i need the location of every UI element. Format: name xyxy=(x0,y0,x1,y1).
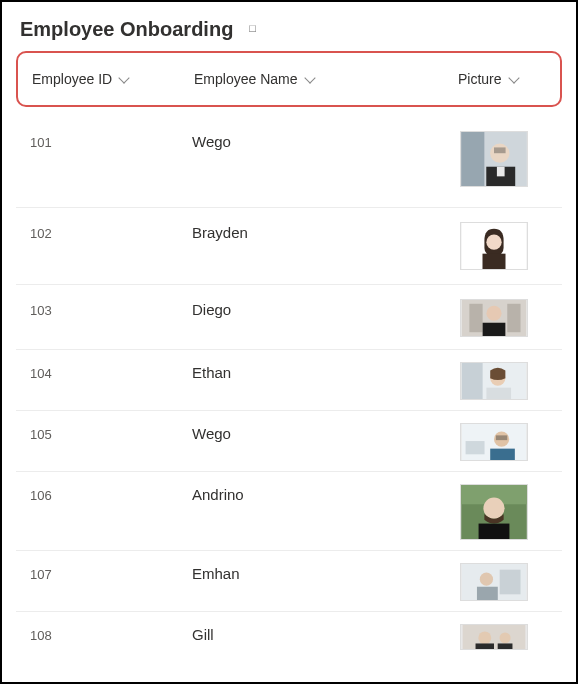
cell-employee-id: 106 xyxy=(26,484,188,503)
table-row[interactable]: 108 Gill xyxy=(16,611,562,650)
table-row[interactable]: 107 Emhan xyxy=(16,550,562,611)
svg-rect-15 xyxy=(462,363,483,399)
chevron-down-icon xyxy=(304,72,315,83)
cell-picture xyxy=(460,624,552,650)
avatar[interactable] xyxy=(460,362,528,400)
table-row[interactable]: 101 Wego xyxy=(16,117,562,207)
svg-rect-28 xyxy=(500,570,521,595)
table-body: 101 Wego 102 Brayden 103 Diego xyxy=(16,117,562,650)
svg-point-29 xyxy=(480,573,493,586)
svg-point-7 xyxy=(486,235,501,250)
svg-rect-10 xyxy=(469,304,482,332)
cell-picture xyxy=(460,484,552,540)
employee-table: Employee ID Employee Name Picture 101 We… xyxy=(2,51,576,650)
cell-picture xyxy=(460,299,552,337)
svg-rect-13 xyxy=(483,323,506,336)
svg-rect-22 xyxy=(490,449,515,460)
avatar[interactable] xyxy=(460,222,528,270)
page-title: Employee Onboarding □ xyxy=(2,2,576,51)
title-glyph: □ xyxy=(249,22,256,34)
cell-employee-name: Diego xyxy=(188,299,460,318)
svg-point-25 xyxy=(483,498,504,519)
chevron-down-icon xyxy=(118,72,129,83)
avatar[interactable] xyxy=(460,563,528,601)
column-header-employee-id[interactable]: Employee ID xyxy=(28,71,190,87)
cell-picture xyxy=(460,222,552,270)
svg-point-2 xyxy=(490,144,509,163)
cell-employee-name: Gill xyxy=(188,624,460,643)
svg-rect-21 xyxy=(496,435,507,440)
cell-employee-name: Wego xyxy=(188,423,460,442)
cell-picture xyxy=(460,563,552,601)
svg-point-32 xyxy=(478,631,491,644)
cell-employee-name: Ethan xyxy=(188,362,460,381)
cell-employee-id: 105 xyxy=(26,423,188,442)
svg-rect-11 xyxy=(507,304,520,332)
cell-employee-id: 102 xyxy=(26,222,188,241)
table-row[interactable]: 106 Andrino xyxy=(16,471,562,550)
column-header-label: Picture xyxy=(458,71,502,87)
svg-rect-26 xyxy=(479,524,510,539)
table-row[interactable]: 102 Brayden xyxy=(16,207,562,284)
svg-rect-1 xyxy=(461,132,484,186)
column-header-label: Employee ID xyxy=(32,71,112,87)
svg-point-12 xyxy=(486,306,501,321)
cell-employee-name: Wego xyxy=(188,131,460,150)
svg-rect-8 xyxy=(483,254,506,269)
cell-employee-name: Brayden xyxy=(188,222,460,241)
svg-rect-3 xyxy=(494,147,506,153)
cell-employee-id: 103 xyxy=(26,299,188,318)
svg-rect-35 xyxy=(498,643,513,649)
cell-picture xyxy=(460,131,552,187)
cell-employee-name: Andrino xyxy=(188,484,460,503)
svg-rect-30 xyxy=(477,587,498,600)
svg-point-33 xyxy=(500,632,511,643)
chevron-down-icon xyxy=(508,72,519,83)
svg-rect-34 xyxy=(476,643,494,649)
cell-employee-id: 101 xyxy=(26,131,188,150)
page-title-text: Employee Onboarding xyxy=(20,18,233,41)
column-header-label: Employee Name xyxy=(194,71,298,87)
avatar[interactable] xyxy=(460,299,528,337)
table-row[interactable]: 105 Wego xyxy=(16,410,562,471)
column-header-picture[interactable]: Picture xyxy=(458,71,550,87)
table-row[interactable]: 103 Diego xyxy=(16,284,562,349)
cell-picture xyxy=(460,362,552,400)
avatar[interactable] xyxy=(460,624,528,650)
avatar[interactable] xyxy=(460,423,528,461)
svg-rect-17 xyxy=(486,388,511,399)
cell-employee-id: 108 xyxy=(26,624,188,643)
table-header-row: Employee ID Employee Name Picture xyxy=(16,51,562,107)
cell-employee-id: 107 xyxy=(26,563,188,582)
column-header-employee-name[interactable]: Employee Name xyxy=(190,71,458,87)
svg-rect-5 xyxy=(497,167,505,177)
avatar[interactable] xyxy=(460,131,528,187)
svg-rect-19 xyxy=(466,441,485,454)
avatar[interactable] xyxy=(460,484,528,540)
cell-employee-id: 104 xyxy=(26,362,188,381)
table-row[interactable]: 104 Ethan xyxy=(16,349,562,410)
cell-employee-name: Emhan xyxy=(188,563,460,582)
cell-picture xyxy=(460,423,552,461)
